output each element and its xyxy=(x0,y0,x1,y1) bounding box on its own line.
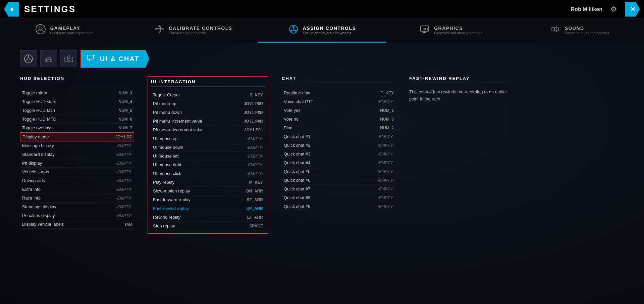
svg-point-26 xyxy=(93,56,94,57)
hud-binding-row[interactable]: Toggle mirror NUM_3 xyxy=(20,89,134,97)
binding-name: Fast-forward replay xyxy=(153,197,191,202)
tab-assign[interactable]: ASSIGN CONTROLS Set up controllers and w… xyxy=(258,19,386,43)
ui-binding-row[interactable]: UI mouse left -EMPTY- xyxy=(151,152,265,161)
ui-binding-row[interactable]: Fast-rewind replay UP_ARR xyxy=(151,204,265,213)
ui-binding-row[interactable]: Rewind replay LF_ARR xyxy=(151,213,265,222)
category-camera-button[interactable] xyxy=(60,50,77,67)
chat-binding-row[interactable]: Voice chat PTT -EMPTY- xyxy=(282,97,396,106)
category-car-button[interactable] xyxy=(40,50,57,67)
ui-binding-row[interactable]: Slow-motion replay DN_ARR xyxy=(151,187,265,196)
binding-name: Toggle overlays xyxy=(22,125,52,130)
ui-chat-label: UI & CHAT xyxy=(100,55,140,63)
category-steering-button[interactable] xyxy=(20,50,37,67)
binding-name: Quick chat #3 xyxy=(284,151,311,157)
chat-binding-row[interactable]: Quick chat #6 -EMPTY- xyxy=(282,176,396,185)
binding-key: -EMPTY- xyxy=(367,152,394,157)
chat-binding-row[interactable]: Quick chat #8 -EMPTY- xyxy=(282,193,396,202)
hud-binding-row[interactable]: Penalties display -EMPTY- xyxy=(20,211,134,220)
hud-binding-row[interactable]: Standings display -EMPTY- xyxy=(20,203,134,211)
chat-binding-row[interactable]: Vote no NUM_0 xyxy=(282,115,396,124)
binding-key: JOY1 P0R xyxy=(236,119,263,124)
hud-binding-row[interactable]: Pit display -EMPTY- xyxy=(20,159,134,168)
ui-binding-row[interactable]: UI mouse up -EMPTY- xyxy=(151,134,265,143)
chat-binding-row[interactable]: Vote yes NUM_1 xyxy=(282,106,396,115)
ui-binding-row[interactable]: UI mouse down -EMPTY- xyxy=(151,143,265,152)
hud-binding-row[interactable]: Race info -EMPTY- xyxy=(20,194,134,203)
ui-binding-row[interactable]: Toggle Cursor Z_KEY xyxy=(151,91,265,99)
category-ui-chat-button[interactable]: UI & CHAT xyxy=(80,50,150,68)
tab-assign-title: ASSIGN CONTROLS xyxy=(303,26,356,31)
hud-binding-row[interactable]: Toggle HUD MFD NUM_6 xyxy=(20,115,134,124)
binding-name: UI mouse click xyxy=(153,171,181,176)
binding-name: Quick chat #6 xyxy=(284,178,311,183)
tab-graphics-sub: Graphics and display settings xyxy=(434,31,482,35)
hud-binding-row[interactable]: Message history -EMPTY- xyxy=(20,141,134,150)
hud-binding-row[interactable]: Extra info -EMPTY- xyxy=(20,185,134,194)
tab-gameplay[interactable]: GAMEPLAY Configure your experience xyxy=(0,19,129,43)
binding-key: JOY1 P0D xyxy=(236,110,263,115)
ui-binding-row[interactable]: Pit menu down JOY1 P0D xyxy=(151,108,265,117)
binding-key: -EMPTY- xyxy=(367,99,394,104)
settings-gear-button[interactable]: ⚙ xyxy=(608,3,620,15)
binding-key: JOY1 B7 xyxy=(105,135,132,139)
calibrate-icon xyxy=(154,24,165,37)
binding-name: Standings display xyxy=(22,204,56,209)
binding-name: Race info xyxy=(22,196,41,201)
chat-binding-row[interactable]: Quick chat #9 -EMPTY- xyxy=(282,202,396,211)
tab-graphics-title: GRAPHICS xyxy=(434,26,482,31)
binding-key: M_KEY xyxy=(236,180,263,185)
ui-binding-row[interactable]: Pit menu up JOY1 P0U xyxy=(151,99,265,108)
ui-binding-row[interactable]: Fast-forward replay RT_ARR xyxy=(151,196,265,204)
chat-binding-row[interactable]: Quick chat #5 -EMPTY- xyxy=(282,167,396,176)
binding-name: Quick chat #4 xyxy=(284,160,311,165)
category-row: UI & CHAT xyxy=(20,50,624,68)
hud-binding-row[interactable]: Toggle HUD stats NUM_4 xyxy=(20,97,134,106)
binding-key: -EMPTY- xyxy=(367,196,394,200)
svg-point-0 xyxy=(36,25,45,34)
svg-point-17 xyxy=(27,57,30,60)
binding-key: -EMPTY- xyxy=(105,213,132,218)
close-button[interactable]: ✕ xyxy=(625,2,640,17)
hud-binding-row[interactable]: Driving aids -EMPTY- xyxy=(20,176,134,185)
binding-name: UI mouse left xyxy=(153,154,179,159)
hud-binding-row[interactable]: Standard display -EMPTY- xyxy=(20,150,134,159)
binding-key: Z_KEY xyxy=(236,93,263,97)
gameplay-icon xyxy=(35,24,46,37)
ui-binding-row[interactable]: Pit menu increment value JOY1 P0R xyxy=(151,117,265,126)
chat-binding-row[interactable]: Quick chat #1 -EMPTY- xyxy=(282,132,396,141)
back-button[interactable] xyxy=(4,2,19,17)
tab-graphics[interactable]: GFX GRAPHICS Graphics and display settin… xyxy=(386,19,515,43)
chat-binding-row[interactable]: Quick chat #4 -EMPTY- xyxy=(282,159,396,167)
ui-binding-row[interactable]: Pit menu decrement value JOY1 P0L xyxy=(151,126,265,134)
hud-binding-row[interactable]: Vehicle status -EMPTY- xyxy=(20,168,134,176)
page-title: SETTINGS xyxy=(24,4,571,14)
binding-name: Standard display xyxy=(22,152,55,157)
binding-name: Fast-rewind replay xyxy=(153,206,189,211)
tab-sound[interactable]: SOUND Sound and volume settings xyxy=(515,19,644,43)
binding-name: Quick chat #8 xyxy=(284,195,311,200)
chat-binding-row[interactable]: Quick chat #3 -EMPTY- xyxy=(282,150,396,159)
binding-key: -EMPTY- xyxy=(236,145,263,150)
fast-rewind-description: This control fast rewinds the recording … xyxy=(409,89,510,103)
binding-key: -EMPTY- xyxy=(105,205,132,209)
ui-interaction-list: Toggle Cursor Z_KEY Pit menu up JOY1 P0U… xyxy=(151,91,265,230)
ui-binding-row[interactable]: Play replay M_KEY xyxy=(151,178,265,187)
tab-calibrate[interactable]: CALIBRATE CONTROLS Fine-tune your contro… xyxy=(129,19,258,43)
chat-binding-row[interactable]: Ping NUM_2 xyxy=(282,124,396,132)
sound-icon xyxy=(550,24,561,37)
chat-binding-row[interactable]: Quick chat #7 -EMPTY- xyxy=(282,185,396,193)
binding-key: JOY1 P0U xyxy=(236,101,263,106)
hud-binding-row[interactable]: Toggle HUD tach NUM_5 xyxy=(20,106,134,115)
binding-key: NUM_6 xyxy=(105,117,132,122)
ui-binding-row[interactable]: UI mouse click -EMPTY- xyxy=(151,169,265,178)
hud-binding-row[interactable]: Display mode JOY1 B7 xyxy=(20,132,134,141)
hud-binding-row[interactable]: Display vehicle labels TAB xyxy=(20,220,134,229)
binding-name: Extra info xyxy=(22,187,41,192)
binding-key: RT_ARR xyxy=(236,198,263,202)
chat-binding-row[interactable]: Quick chat #2 -EMPTY- xyxy=(282,141,396,150)
chat-binding-row[interactable]: Realtime chat T_KEY xyxy=(282,89,396,97)
ui-binding-row[interactable]: Stop replay SPACE xyxy=(151,222,265,230)
ui-binding-row[interactable]: UI mouse right -EMPTY- xyxy=(151,161,265,169)
hud-binding-row[interactable]: Toggle overlays NUM_7 xyxy=(20,124,134,132)
binding-name: UI mouse right xyxy=(153,162,181,167)
